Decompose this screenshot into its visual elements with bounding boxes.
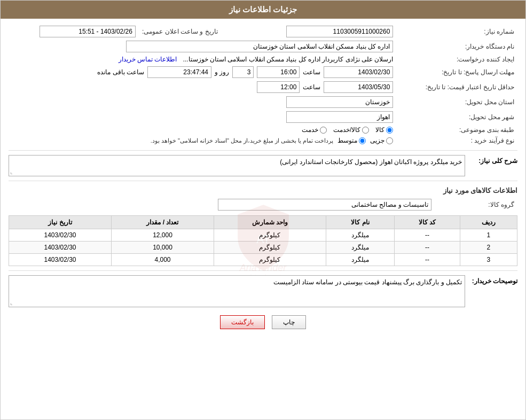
cell-vahed: کیلوگرم [214, 254, 326, 266]
radio-jozee-label[interactable]: جزیی [370, 137, 393, 144]
shrh-text: خرید میلگرد پروژه اکباتان اهواز (محصول ک… [280, 158, 462, 166]
shahr-value [9, 110, 396, 125]
page-title: جزئیات اطلاعات نیاز [229, 5, 297, 14]
mohlat-label: مهلت ارسال پاسخ: تا تاریخ: [396, 65, 517, 80]
shrh-section: شرح کلی نیاز: خرید میلگرد پروژه اکباتان … [9, 155, 517, 176]
mohlat-roz-input[interactable] [232, 66, 254, 78]
mohlat-remain-input[interactable] [147, 66, 211, 78]
mohlat-saat-label: ساعت [303, 68, 320, 76]
mohlat-baqi-label: ساعت باقی مانده [97, 68, 144, 76]
shrh-box-wrapper: خرید میلگرد پروژه اکباتان اهواز (محصول ک… [9, 155, 465, 176]
cell-nam: میلگرد [326, 229, 395, 242]
divider-3 [9, 270, 517, 271]
mohlat-time-input[interactable] [257, 66, 300, 78]
row-shahr: شهر محل تحویل: [9, 110, 517, 125]
row-hadaqal: حداقل تاریخ اعتبار قیمت: تا تاریخ: ساعت [9, 80, 517, 95]
hadaqal-label: حداقل تاریخ اعتبار قیمت: تا تاریخ: [396, 80, 517, 95]
shrh-label: شرح کلی نیاز: [469, 155, 517, 165]
radio-motavaset-label[interactable]: متوسط [337, 137, 366, 144]
page-wrapper: جزئیات اطلاعات نیاز شماره نیاز: تاریخ و … [0, 0, 526, 420]
dastgah-value [9, 39, 396, 54]
col-tarikh: تاریخ نیاز [9, 216, 112, 229]
page-header: جزئیات اطلاعات نیاز [1, 1, 525, 19]
radio-kala[interactable] [386, 127, 393, 134]
row-tabaqe: طبقه بندی موضوعی: کالا کالا/خدمت [9, 125, 517, 135]
resize-icon: ⌞ [10, 169, 13, 175]
dastgah-label: نام دستگاه خریدار: [396, 39, 517, 54]
radio-khadamat[interactable] [362, 127, 369, 134]
ostan-input[interactable] [286, 96, 393, 108]
row-nooe: نوع فرآیند خرید : جزیی متوسط پرداخت تمام… [9, 135, 517, 146]
goroh-row: گروه کالا: [9, 197, 517, 212]
radio-khadamat-label[interactable]: کالا/خدمت [333, 126, 369, 134]
hadaqal-value: ساعت [9, 80, 396, 95]
ettelaat-kala-title: اطلاعات کالاهای مورد نیاز [9, 186, 517, 195]
cell-tedad: 10,000 [112, 242, 214, 254]
ostan-label: استان محل تحویل: [396, 95, 517, 110]
tarikh-saat-input[interactable] [40, 26, 136, 37]
radio-kala-label[interactable]: کالا [375, 126, 393, 134]
info-table: شماره نیاز: تاریخ و ساعت اعلان عمومی: نا… [9, 24, 517, 146]
dastgah-input[interactable] [126, 41, 393, 52]
tabaqe-label: طبقه بندی موضوعی: [396, 125, 517, 135]
tarikh-saat-value [9, 24, 139, 39]
table-row: 2 -- میلگرد کیلوگرم 10,000 1403/02/30 [9, 242, 517, 254]
goroh-input[interactable] [218, 199, 431, 211]
row-mohlat: مهلت ارسال پاسخ: تا تاریخ: ساعت روز و سا… [9, 65, 517, 80]
shahr-input[interactable] [286, 111, 393, 123]
radio-jozee-text: جزیی [370, 137, 384, 144]
tosihaat-box-wrapper: تکمیل و بارگذاری برگ پیشنهاد قیمت بیوستی… [9, 275, 465, 307]
tabaqe-value: کالا کالا/خدمت خدمت [9, 125, 396, 135]
cell-kod: -- [394, 242, 460, 254]
ijad-label: ایجاد کننده درخواست: [396, 54, 517, 65]
row-ostan: استان محل تحویل: [9, 95, 517, 110]
col-kod: کد کالا [394, 216, 460, 229]
cell-radif: 3 [460, 254, 517, 266]
nooe-desc-text: پرداخت تمام یا بخشی از مبلغ خرید،از محل … [151, 137, 334, 144]
cell-nam: میلگرد [326, 242, 395, 254]
cell-vahed: کیلوگرم [214, 229, 326, 242]
col-vahed: واحد شمارش [214, 216, 326, 229]
print-button[interactable]: چاپ [272, 315, 306, 329]
tosihaat-label: توصیحات خریدار: [469, 275, 517, 285]
hadaqal-date-input[interactable] [324, 81, 393, 93]
row-shomara: شماره نیاز: تاریخ و ساعت اعلان عمومی: [9, 24, 517, 39]
mohlat-date-input[interactable] [324, 66, 393, 78]
tarikh-saat-label: تاریخ و ساعت اعلان عمومی: [139, 24, 253, 39]
radio-khedmat-label[interactable]: خدمت [302, 126, 327, 134]
col-radif: ردیف [460, 216, 517, 229]
ettelaat-tamas-link[interactable]: اطلاعات تماس خریدار [119, 56, 177, 63]
shomara-input[interactable] [286, 26, 393, 37]
divider-1 [9, 150, 517, 151]
nooe-value: جزیی متوسط پرداخت تمام یا بخشی از مبلغ خ… [9, 135, 396, 146]
table-row: 1 -- میلگرد کیلوگرم 12,000 1403/02/30 [9, 229, 517, 242]
radio-khadamat-text: کالا/خدمت [333, 126, 360, 134]
goods-header-row: ردیف کد کالا نام کالا واحد شمارش تعداد /… [9, 216, 517, 229]
goroh-label: گروه کالا: [435, 197, 517, 212]
shrh-box: خرید میلگرد پروژه اکباتان اهواز (محصول ک… [9, 155, 465, 176]
shomara-label: شماره نیاز: [396, 24, 517, 39]
cell-tarikh: 1403/02/30 [9, 229, 112, 242]
cell-kod: -- [394, 229, 460, 242]
divider-2 [9, 181, 517, 181]
row-ijad: ایجاد کننده درخواست: ارسلان علی نژادی کا… [9, 54, 517, 65]
tosihaat-section: توصیحات خریدار: تکمیل و بارگذاری برگ پیش… [9, 275, 517, 307]
hadaqal-time-input[interactable] [257, 81, 300, 93]
resize-icon-2: ⌞ [10, 300, 13, 306]
btn-area: چاپ بازگشت [9, 315, 517, 329]
shomara-value [253, 24, 396, 39]
radio-khedmat[interactable] [320, 127, 327, 134]
cell-tedad: 12,000 [112, 229, 214, 242]
radio-jozee[interactable] [386, 137, 393, 144]
back-button[interactable]: بازگشت [220, 315, 265, 329]
col-nam: نام کالا [326, 216, 395, 229]
goroh-table: گروه کالا: [9, 197, 517, 212]
radio-motavaset[interactable] [359, 137, 366, 144]
cell-tarikh: 1403/02/30 [9, 242, 112, 254]
mohlat-roz-label: روز و [215, 68, 229, 76]
col-tedad: تعداد / مقدار [112, 216, 214, 229]
radio-khedmat-text: خدمت [302, 126, 318, 134]
hadaqal-saat-label: ساعت [303, 83, 320, 91]
cell-tedad: 4,000 [112, 254, 214, 266]
ostan-value [9, 95, 396, 110]
